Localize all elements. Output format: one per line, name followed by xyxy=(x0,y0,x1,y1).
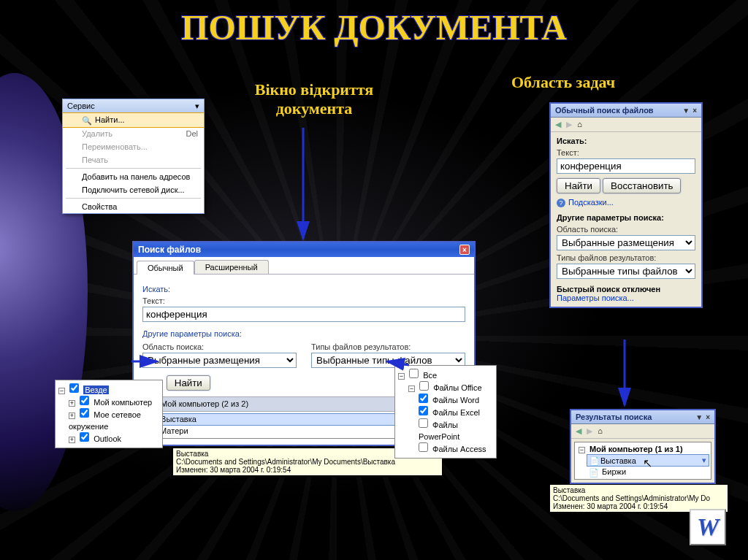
tree-node[interactable]: + Outlook xyxy=(58,432,159,445)
collapse-icon[interactable]: − xyxy=(579,447,585,453)
home-icon[interactable]: ⌂ xyxy=(598,426,603,435)
search-text-input[interactable] xyxy=(142,307,465,322)
word-app-icon[interactable]: W xyxy=(690,509,726,545)
slide-title: ПОШУК ДОКУМЕНТА xyxy=(0,7,748,47)
menu-map-drive[interactable]: Подключить сетевой диск... xyxy=(63,183,204,196)
tree-node[interactable]: + Мое сетевое окружение xyxy=(58,408,159,432)
subtitle-taskpane: Область задач xyxy=(511,73,615,92)
types-tree-popup: − Все − Файлы Office Файлы Word Файлы Ex… xyxy=(394,365,497,459)
types-cb-excel[interactable] xyxy=(419,406,428,415)
word-doc-icon: 📄 xyxy=(589,468,598,477)
subtitle-dialog: Вікно відкриття документа xyxy=(234,80,394,118)
collapse-icon[interactable]: − xyxy=(408,386,415,392)
scope-cb-computer[interactable] xyxy=(80,396,89,405)
result-item[interactable]: 📄 Биржи xyxy=(587,467,709,477)
tree-node[interactable]: Файлы Excel xyxy=(398,406,493,418)
label-scope: Область поиска: xyxy=(142,342,297,351)
search-icon: 🔍 xyxy=(82,116,91,125)
label-types: Типы файлов результатов: xyxy=(557,253,695,262)
taskpane-title: Обычный поиск файлов xyxy=(555,106,654,115)
results-pane: Результаты поиска ▼ × ◀ ▶ ⌂ − Мой компью… xyxy=(570,409,716,484)
types-select[interactable]: Выбранные типы файлов xyxy=(557,264,695,279)
menu-header[interactable]: Сервис▾ xyxy=(63,99,204,113)
tree-node[interactable]: + Мой компьютер xyxy=(58,396,159,408)
menu-print[interactable]: Печать xyxy=(63,153,204,166)
menu-add-address[interactable]: Добавить на панель адресов xyxy=(63,170,204,183)
types-cb-ppt[interactable] xyxy=(419,418,428,428)
home-icon[interactable]: ⌂ xyxy=(577,120,582,129)
dropdown-icon[interactable]: ▼ xyxy=(682,107,690,115)
results-title: Результаты поиска xyxy=(576,413,652,421)
tab-basic[interactable]: Обычный xyxy=(137,261,194,275)
expand-icon[interactable]: + xyxy=(69,413,75,419)
restore-button[interactable]: Восстановить xyxy=(603,178,681,193)
result-item[interactable]: 📄 Выставка ▾ xyxy=(587,454,709,467)
back-icon[interactable]: ◀ xyxy=(555,120,561,129)
expand-icon[interactable]: + xyxy=(69,437,75,443)
close-icon[interactable]: × xyxy=(459,245,470,255)
tools-context-menu: Сервис▾ 🔍 Найти... УдалитьDel Переименов… xyxy=(62,99,205,214)
types-cb-access[interactable] xyxy=(419,442,428,452)
help-icon: ? xyxy=(557,199,565,207)
find-button[interactable]: Найти xyxy=(167,375,210,391)
fwd-icon[interactable]: ▶ xyxy=(587,426,592,435)
scope-select[interactable]: Выбранные размещения xyxy=(557,235,695,250)
label-text: Текст: xyxy=(142,296,465,305)
tree-node[interactable]: Файлы Access xyxy=(398,442,493,455)
scope-tree-popup: − Везде + Мой компьютер + Мое сетевое ок… xyxy=(55,380,163,448)
close-icon[interactable]: × xyxy=(706,413,710,421)
task-pane-search: Обычный поиск файлов ▼ × ◀ ▶ ⌂ Искать: Т… xyxy=(549,102,703,308)
results-header[interactable]: − Мой компьютер (1 из 1) xyxy=(576,444,709,454)
menu-properties[interactable]: Свойства xyxy=(63,200,204,213)
scope-cb-network[interactable] xyxy=(80,408,89,418)
collapse-icon[interactable]: − xyxy=(398,373,405,380)
scope-select[interactable]: Выбранные размещения xyxy=(142,353,297,368)
hints-link[interactable]: ?Подсказки... xyxy=(557,198,695,207)
fastsearch-label: Быстрый поиск отключен xyxy=(557,285,695,294)
tree-node[interactable]: − Все xyxy=(398,369,493,381)
search-params-link[interactable]: Параметры поиска... xyxy=(557,294,695,302)
scope-cb-outlook[interactable] xyxy=(80,432,89,442)
find-button[interactable]: Найти xyxy=(557,178,600,193)
scope-cb-all[interactable] xyxy=(69,383,79,393)
tree-node[interactable]: Файлы Word xyxy=(398,394,493,406)
fwd-icon[interactable]: ▶ xyxy=(566,120,572,129)
section-other: Другие параметры поиска: xyxy=(557,213,695,222)
word-doc-icon: 📄 xyxy=(589,456,598,465)
section-search: Искать: xyxy=(557,137,695,145)
types-cb-office[interactable] xyxy=(419,381,429,391)
tree-node[interactable]: − Файлы Office xyxy=(398,381,493,394)
dropdown-icon[interactable]: ▼ xyxy=(695,413,703,421)
tree-node[interactable]: Файлы PowerPoint xyxy=(398,418,493,442)
menu-rename[interactable]: Переименовать... xyxy=(63,140,204,153)
expand-icon[interactable]: + xyxy=(69,400,75,407)
label-text: Текст: xyxy=(557,148,695,157)
dialog-title: Поиск файлов xyxy=(138,245,201,255)
tree-node[interactable]: − Везде xyxy=(58,383,159,396)
section-search: Искать: xyxy=(142,285,465,294)
menu-delete[interactable]: УдалитьDel xyxy=(63,127,204,140)
back-icon[interactable]: ◀ xyxy=(576,426,581,435)
chevron-down-icon[interactable]: ▾ xyxy=(702,456,706,465)
close-icon[interactable]: × xyxy=(692,107,697,115)
menu-find[interactable]: 🔍 Найти... xyxy=(62,112,205,128)
collapse-icon[interactable]: − xyxy=(58,388,65,394)
tab-advanced[interactable]: Расширенный xyxy=(194,260,269,274)
types-cb-all[interactable] xyxy=(409,369,419,378)
search-text-input[interactable] xyxy=(557,158,695,174)
label-types: Типы файлов результатов: xyxy=(311,342,465,351)
types-cb-word[interactable] xyxy=(419,394,428,403)
label-scope: Область поиска: xyxy=(557,225,695,234)
section-other: Другие параметры поиска: xyxy=(142,329,465,338)
